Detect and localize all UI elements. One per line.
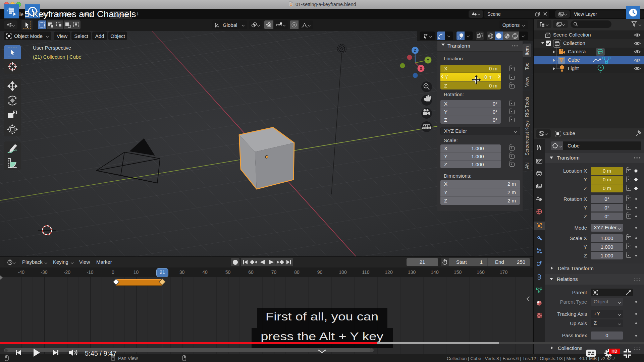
svg-text:Y: Y (427, 58, 429, 63)
svg-text:Z: Z (414, 48, 416, 53)
svg-text:User Perspective: User Perspective (33, 45, 71, 51)
svg-text:(21) Collection | Cube: (21) Collection | Cube (33, 54, 82, 60)
svg-text:X: X (420, 66, 422, 71)
